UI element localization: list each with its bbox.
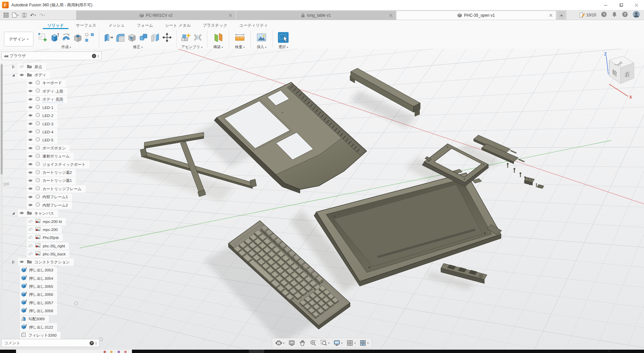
tree-item-label[interactable]: ボディ·上面 [42,89,63,94]
hole-icon[interactable] [72,31,83,43]
collapse-panel-icon[interactable]: ◀◀ [4,54,7,58]
browser-minimize-icon[interactable]: − [92,54,96,58]
maximize-button[interactable] [613,0,629,10]
tree-row-folder[interactable]: コンストラクション [1,258,102,266]
tree-item-label[interactable]: ボディ·底面 [42,97,63,102]
tree-item-label[interactable]: mpc-200 ld [43,220,62,224]
visibility-on-icon[interactable] [28,194,33,200]
tree-item-label[interactable]: LED·5 [42,138,53,142]
tree-item-label[interactable]: 押し出し3056 [29,292,53,297]
save-icon[interactable] [21,12,28,18]
look-at-icon[interactable] [288,340,295,346]
joint-icon[interactable] [192,31,203,43]
tree-row-body[interactable]: LED·3 [1,120,102,128]
tree-item-label[interactable]: ポーズボタン [42,146,66,151]
comment-grip[interactable]: ∥ [95,341,97,345]
tree-row-body[interactable]: LED·1 [1,104,102,112]
select-icon[interactable] [277,31,290,43]
job-status[interactable]: 10/10 [579,12,596,18]
taskbar-overflow-icon[interactable]: ⋯ [608,349,611,352]
collapse-arrow-icon[interactable] [11,260,15,264]
ribbon-tab-1[interactable]: サーフェス [71,21,101,29]
tree-row-body[interactable]: ボディ·底面 [1,95,102,103]
tree-row-body[interactable]: 内部フレーム1 [1,193,102,201]
tree-item-label[interactable]: 勾配3089 [28,317,45,322]
ribbon-tab-5[interactable]: プラスチック [198,21,232,29]
tree-item-label[interactable]: Phc35jnb [43,236,59,240]
add-comment-icon[interactable]: + [90,341,94,345]
new-component-icon[interactable] [181,31,191,43]
insert-canvas-icon[interactable] [255,31,268,43]
undo-dropdown-caret[interactable]: ▾ [35,14,36,17]
workspace-selector[interactable]: デザイン▾ [4,32,33,46]
tree-row-canvas[interactable]: phc-35j_right [1,242,102,250]
tree-row-extrude-feature[interactable]: 押し出し3057 [1,299,102,307]
document-tab-1[interactable]: long_table v1 [236,11,395,20]
tree-item-label[interactable]: 押し出し3054 [29,276,53,281]
view-cube[interactable]: 上前右ZX [596,51,639,102]
tab-close-icon[interactable] [229,13,232,18]
tree-item-label[interactable]: LED·2 [42,114,53,118]
visibility-off-icon[interactable] [28,235,33,241]
zoom-icon[interactable] [310,340,316,346]
taskbar-app-icon[interactable] [118,351,120,353]
tree-item-label[interactable]: コンストラクション [34,260,70,265]
comment-bar[interactable]: コメント + ∥ [1,339,100,347]
visibility-on-icon[interactable] [28,105,33,111]
tree-row-body[interactable]: LED·2 [1,112,102,120]
tree-row-body[interactable]: LED·5 [1,136,102,144]
visibility-on-icon[interactable] [28,97,33,103]
combine-icon[interactable] [138,31,149,43]
tree-item-label[interactable]: phc-35j_right [43,244,65,248]
tree-row-folder[interactable]: ボディ [1,71,102,79]
tree-row-extrude-feature[interactable]: 押し出し3053 [1,266,102,274]
visibility-on-icon[interactable] [28,202,33,208]
tree-row-body[interactable]: ボディ·上面 [1,87,102,95]
expand-arrow-icon[interactable] [11,74,15,77]
visibility-on-icon[interactable] [28,129,33,135]
minimize-button[interactable] [598,0,613,10]
visibility-on-icon[interactable] [19,72,24,78]
app-grid-icon[interactable] [3,12,10,18]
tree-item-label[interactable]: phc-35j_back [43,252,65,256]
tree-row-body[interactable]: ポーズボタン [1,144,102,152]
ribbon-tab-2[interactable]: メッシュ [104,21,129,29]
tree-row-extrude-feature[interactable]: 押し出し3054 [1,274,102,282]
tree-row-body[interactable]: 内部フレーム2 [1,201,102,209]
file-new-icon[interactable]: ▾ [11,12,19,18]
collapse-arrow-icon[interactable] [11,65,15,69]
tree-row-body[interactable]: LED·4 [1,128,102,136]
tree-item-label[interactable]: 押し出し3053 [29,268,53,273]
viewports-icon[interactable]: ▾ [360,340,369,346]
visibility-off-icon[interactable] [28,243,33,249]
tree-item-label[interactable]: LED·1 [42,106,53,110]
extrude-icon[interactable] [49,31,60,43]
browser-scrollbar-thumb[interactable] [1,64,3,174]
document-tab-2[interactable]: PHC-35_open v1 [396,11,556,20]
tree-row-body[interactable]: カートリッジ蓋2 [1,168,102,176]
tab-close-icon[interactable] [389,13,392,18]
visibility-on-icon[interactable] [28,153,33,159]
taskbar-app-icon[interactable] [104,351,106,353]
model-viewport[interactable]: 20050 ◀◀ ブラウザ − ∥ 原点ボディキーボードボディ·上面ボディ·底面… [0,49,644,350]
tree-row-extrude-feature[interactable]: 押し出し3055 [1,282,102,290]
visibility-on-icon[interactable] [28,121,33,127]
visibility-on-icon[interactable] [28,80,33,86]
tree-row-fillet-feature[interactable]: フィレット3260 [1,331,102,339]
browser-scrollbar[interactable] [1,63,3,330]
tree-row-extrude-feature[interactable]: 押し出し3056 [1,291,102,299]
visibility-on-icon[interactable] [28,170,33,176]
redo-icon[interactable]: ↷▾ [38,12,46,18]
visibility-on-icon[interactable] [28,137,33,143]
tree-item-label[interactable]: 連射ボリューム [42,154,70,159]
ribbon-tab-4[interactable]: シート メタル [160,21,195,29]
tree-row-body[interactable]: ジョイスティックポート [1,160,102,168]
tree-row-canvas[interactable]: Phc35jnb [1,234,102,242]
notifications-icon[interactable] [612,11,617,19]
create-sketch-icon[interactable] [37,31,48,43]
tree-item-label[interactable]: カートリッジ蓋1 [42,178,72,183]
tree-row-draft-feature[interactable]: 勾配3089 [1,315,102,323]
tree-item-label[interactable]: カートリッジ蓋2 [42,170,72,175]
measure-icon[interactable] [233,31,247,43]
tree-item-label[interactable]: 内部フレーム1 [42,195,68,200]
